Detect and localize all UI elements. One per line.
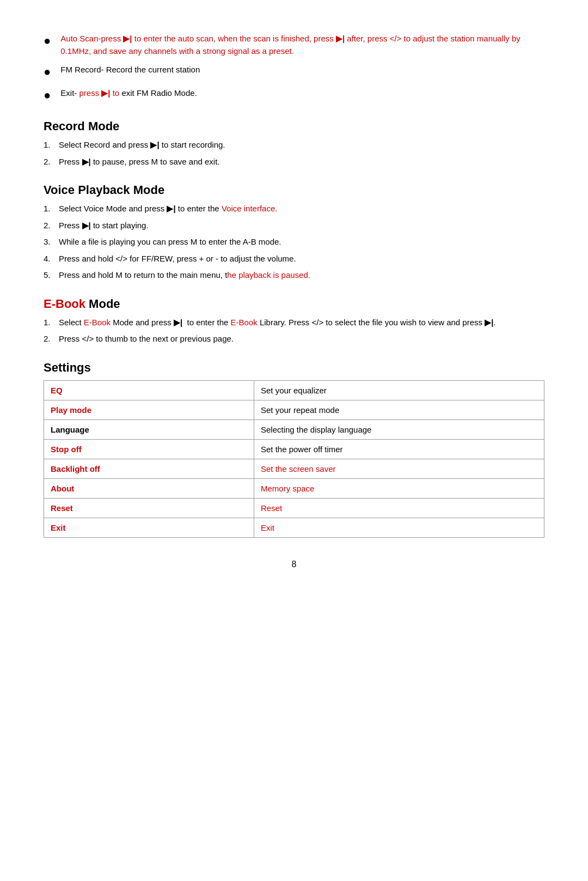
voice-mode-title: Voice Playback Mode xyxy=(44,183,544,197)
setting-value: Reset xyxy=(254,498,544,518)
voice-mode-steps: 1. Select Voice Mode and press ▶| to ent… xyxy=(44,203,544,282)
setting-label: Stop off xyxy=(44,439,254,459)
table-row: Stop off Set the power off timer xyxy=(44,439,544,459)
ebook-mode-title: E-Book Mode xyxy=(44,297,544,311)
settings-table-body: EQ Set your equalizer Play mode Set your… xyxy=(44,380,544,537)
ebook-title-red: E-Book xyxy=(44,297,85,311)
list-item: ● Exit- press ▶| to exit FM Radio Mode. xyxy=(44,87,544,104)
setting-label: Play mode xyxy=(44,400,254,420)
step-text: Press ▶| to pause, press M to save and e… xyxy=(59,156,544,168)
list-item: 2. Press ▶| to pause, press M to save an… xyxy=(44,156,544,168)
settings-section: Settings EQ Set your equalizer Play mode… xyxy=(44,361,544,538)
auto-scan-text: Auto Scan-press ▶| to enter the auto sca… xyxy=(60,33,544,57)
step-number: 3. xyxy=(44,236,59,248)
table-row: Reset Reset xyxy=(44,498,544,518)
record-mode-title: Record Mode xyxy=(44,119,544,133)
list-item: ● FM Record- Record the current station xyxy=(44,64,544,81)
fm-record-text: FM Record- Record the current station xyxy=(60,64,544,76)
step-number: 1. xyxy=(44,203,59,215)
step-text: Press and hold </> for FF/REW, press + o… xyxy=(59,253,544,265)
list-item: 2. Press </> to thumb to the next or pre… xyxy=(44,333,544,345)
table-row: EQ Set your equalizer xyxy=(44,380,544,400)
exit-text: Exit- press ▶| to exit FM Radio Mode. xyxy=(60,87,544,100)
setting-value: Set the screen saver xyxy=(254,459,544,478)
setting-label: Reset xyxy=(44,498,254,518)
list-item: 1. Select Voice Mode and press ▶| to ent… xyxy=(44,203,544,215)
step-text: Press </> to thumb to the next or previo… xyxy=(59,333,544,345)
list-item: 1. Select Record and press ▶| to start r… xyxy=(44,139,544,151)
bullet-list: ● Auto Scan-press ▶| to enter the auto s… xyxy=(44,33,544,104)
voice-mode-section: Voice Playback Mode 1. Select Voice Mode… xyxy=(44,183,544,282)
step-text: Select Record and press ▶| to start reco… xyxy=(59,139,544,151)
setting-value: Selecting the display language xyxy=(254,420,544,439)
step-text: Select E-Book Mode and press ▶| to enter… xyxy=(59,317,544,329)
list-item: 5. Press and hold M to return to the mai… xyxy=(44,269,544,282)
setting-value: Set your equalizer xyxy=(254,380,544,400)
table-row: Language Selecting the display language xyxy=(44,420,544,439)
ebook-title-black: Mode xyxy=(85,297,120,311)
step-number: 4. xyxy=(44,253,59,265)
ebook-mode-steps: 1. Select E-Book Mode and press ▶| to en… xyxy=(44,317,544,345)
setting-value: Exit xyxy=(254,518,544,537)
bullet-dot: ● xyxy=(44,86,51,104)
setting-label: Language xyxy=(44,420,254,439)
setting-label: EQ xyxy=(44,380,254,400)
record-mode-section: Record Mode 1. Select Record and press ▶… xyxy=(44,119,544,168)
record-mode-steps: 1. Select Record and press ▶| to start r… xyxy=(44,139,544,168)
ebook-mode-section: E-Book Mode 1. Select E-Book Mode and pr… xyxy=(44,297,544,345)
step-number: 2. xyxy=(44,220,59,232)
step-text: Select Voice Mode and press ▶| to enter … xyxy=(59,203,544,215)
setting-label: Exit xyxy=(44,518,254,537)
setting-value: Set your repeat mode xyxy=(254,400,544,420)
list-item: 1. Select E-Book Mode and press ▶| to en… xyxy=(44,317,544,329)
table-row: Backlight off Set the screen saver xyxy=(44,459,544,478)
list-item: 2. Press ▶| to start playing. xyxy=(44,220,544,232)
step-number: 1. xyxy=(44,139,59,151)
list-item: 3. While a file is playing you can press… xyxy=(44,236,544,248)
table-row: Play mode Set your repeat mode xyxy=(44,400,544,420)
setting-label: About xyxy=(44,478,254,498)
setting-label: Backlight off xyxy=(44,459,254,478)
list-item: ● Auto Scan-press ▶| to enter the auto s… xyxy=(44,33,544,57)
page-number: 8 xyxy=(44,560,544,569)
bullet-dot: ● xyxy=(44,63,51,81)
settings-table: EQ Set your equalizer Play mode Set your… xyxy=(44,380,544,538)
step-text: While a file is playing you can press M … xyxy=(59,236,544,248)
step-text: Press and hold M to return to the main m… xyxy=(59,269,544,282)
table-row: Exit Exit xyxy=(44,518,544,537)
bullet-dot: ● xyxy=(44,32,51,50)
table-row: About Memory space xyxy=(44,478,544,498)
step-text: Press ▶| to start playing. xyxy=(59,220,544,232)
bullet-section: ● Auto Scan-press ▶| to enter the auto s… xyxy=(44,33,544,104)
setting-value: Set the power off timer xyxy=(254,439,544,459)
step-number: 5. xyxy=(44,269,59,282)
step-number: 1. xyxy=(44,317,59,329)
step-number: 2. xyxy=(44,333,59,345)
setting-value: Memory space xyxy=(254,478,544,498)
step-number: 2. xyxy=(44,156,59,168)
settings-title: Settings xyxy=(44,361,544,375)
list-item: 4. Press and hold </> for FF/REW, press … xyxy=(44,253,544,265)
